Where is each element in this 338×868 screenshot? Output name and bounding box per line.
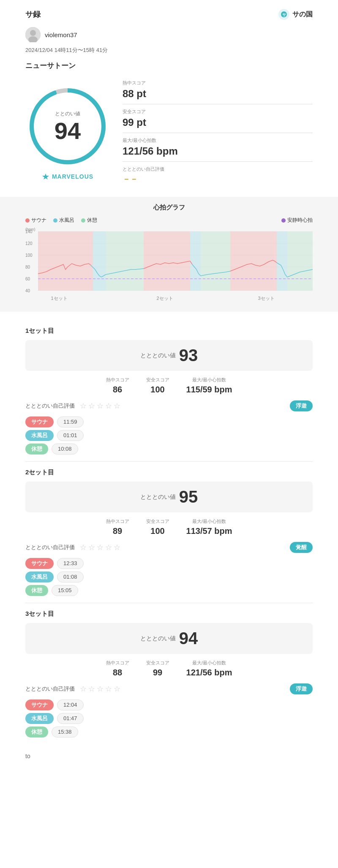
gauge-area: ととのい値 94 MARVELOUS — [25, 84, 110, 180]
svg-rect-29 — [277, 231, 287, 291]
set-1-metrics: 熱中スコア 86 安全スコア 100 最大/最小心拍数 115/59 bpm — [25, 377, 313, 395]
svg-text:80: 80 — [25, 265, 30, 269]
set-2-self-eval-row: とととのい自己評価 ☆ ☆ ☆ ☆ ☆ 覚醒 — [25, 542, 313, 553]
concentration-label: 熱中スコア — [123, 80, 313, 86]
marvelous-icon — [42, 173, 49, 180]
set-2-mizuburo-label: 水風呂 — [25, 571, 54, 582]
set-1-concentration-value: 86 — [106, 385, 129, 395]
safety-value: 99 pt — [123, 117, 313, 128]
set-2-mizuburo-row: 水風呂 01:08 — [25, 571, 313, 582]
user-info: violemon37 — [0, 24, 338, 45]
set-3-title: 3セット目 — [25, 610, 313, 618]
set-1-eval-badge: 浮遊 — [290, 400, 313, 411]
set-2-totonou-value: 95 — [179, 487, 198, 506]
graph-section: 心拍グラフ サウナ 水風呂 休憩 安静時心拍 140 120 100 80 60 — [0, 197, 338, 312]
self-eval-label: とととのい自己評価 — [123, 166, 313, 172]
set-1-self-eval-label: とととのい自己評価 — [25, 402, 75, 410]
score-section: ととのい値 94 MARVELOUS 熱中スコア 88 pt 安全スコア 99 … — [0, 76, 338, 197]
set-3-self-eval-label: とととのい自己評価 — [25, 685, 75, 693]
logo-area: サ サの国 — [278, 8, 313, 20]
set-3-kyukei-label: 休憩 — [25, 727, 48, 737]
svg-text:サ: サ — [282, 13, 286, 17]
set-3-time-tags: サウナ 12:04 水風呂 01:47 休憩 15:38 — [25, 699, 313, 737]
set-2-kyukei-row: 休憩 15:05 — [25, 585, 313, 596]
svg-text:120: 120 — [25, 241, 33, 246]
svg-rect-25 — [144, 231, 190, 291]
set-1-sauna-time: 11:59 — [57, 416, 84, 427]
set-3-totonou-value: 94 — [179, 629, 198, 648]
set-1-heartrate-label: 最大/最小心拍数 — [186, 377, 232, 383]
legend-sauna: サウナ — [25, 217, 46, 224]
svg-rect-30 — [287, 231, 313, 291]
circle-gauge: ととのい値 94 — [25, 84, 110, 169]
graph-container: 140 120 100 80 60 40 — [25, 227, 313, 303]
set-1-mizuburo-label: 水風呂 — [25, 430, 54, 441]
set-3-safety-value: 99 — [146, 668, 169, 678]
set-3-self-eval-row: とととのい自己評価 ☆ ☆ ☆ ☆ ☆ 浮遊 — [25, 683, 313, 694]
set-3-heartrate-value: 121/56 bpm — [186, 668, 232, 678]
set-1-time-tags: サウナ 11:59 水風呂 01:01 休憩 10:08 — [25, 416, 313, 454]
set-1-safety: 安全スコア 100 — [146, 377, 169, 395]
set-3-safety-label: 安全スコア — [146, 660, 169, 666]
datetime: 2024/12/04 14時11分〜15時 41分 — [0, 45, 338, 59]
logo-icon: サ — [278, 8, 290, 20]
set-3-sauna-time: 12:04 — [57, 699, 84, 710]
set-3-concentration: 熱中スコア 88 — [106, 660, 129, 678]
set-3-kyukei-time: 15:38 — [52, 727, 78, 737]
set-3-safety: 安全スコア 99 — [146, 660, 169, 678]
logo-text: サの国 — [292, 10, 313, 19]
set-2-safety-label: 安全スコア — [146, 518, 169, 525]
set-2-self-eval-label: とととのい自己評価 — [25, 544, 75, 551]
svg-rect-23 — [93, 231, 106, 291]
set-1-kyukei-label: 休憩 — [25, 444, 48, 454]
set-2-sauna-row: サウナ 12:33 — [25, 558, 313, 569]
graph-legend: サウナ 水風呂 休憩 安静時心拍 — [25, 217, 313, 224]
set-2-section: 2セット目 とととのい値 95 熱中スコア 89 安全スコア 100 最大/最小… — [0, 462, 338, 603]
set-1-sauna-row: サウナ 11:59 — [25, 416, 313, 427]
facility-name: ニューサトーン — [0, 59, 338, 76]
set-1-score-box: とととのい値 93 — [25, 340, 313, 371]
set-3-mizuburo-row: 水風呂 01:47 — [25, 713, 313, 724]
set-1-totonou-label: とととのい値 — [140, 352, 176, 359]
set-2-kyukei-label: 休憩 — [25, 585, 48, 596]
rest-hr-legend-dot — [281, 218, 286, 223]
set-3-heartrate-label: 最大/最小心拍数 — [186, 660, 232, 666]
page-title: サ録 — [25, 9, 41, 19]
svg-text:40: 40 — [25, 288, 30, 293]
svg-text:(bpm): (bpm) — [25, 227, 35, 231]
set-1-title: 1セット目 — [25, 327, 313, 335]
svg-rect-26 — [190, 231, 201, 291]
set-1-heartrate-value: 115/59 bpm — [186, 385, 232, 395]
svg-text:2セット: 2セット — [156, 296, 173, 301]
set-1-concentration-label: 熱中スコア — [106, 377, 129, 383]
self-eval-value: －－ — [123, 174, 313, 184]
set-2-time-tags: サウナ 12:33 水風呂 01:08 休憩 15:05 — [25, 558, 313, 596]
heart-rate-graph: 140 120 100 80 60 40 — [25, 227, 313, 303]
set-2-totonou-label: とととのい値 — [140, 493, 176, 501]
set-1-concentration: 熱中スコア 86 — [106, 377, 129, 395]
set-2-eval-badge: 覚醒 — [290, 542, 313, 553]
svg-point-4 — [30, 30, 36, 36]
bottom-text: to — [0, 744, 338, 768]
score-details: 熱中スコア 88 pt 安全スコア 99 pt 最大/最小心拍数 121/56 … — [123, 76, 313, 188]
concentration-score-item: 熱中スコア 88 pt — [123, 76, 313, 104]
set-3-sauna-row: サウナ 12:04 — [25, 699, 313, 710]
set-2-kyukei-time: 15:05 — [52, 585, 78, 596]
set-3-kyukei-row: 休憩 15:38 — [25, 727, 313, 737]
heartrate-item: 最大/最小心拍数 121/56 bpm — [123, 133, 313, 162]
graph-title: 心拍グラフ — [25, 204, 313, 212]
set-3-metrics: 熱中スコア 88 安全スコア 99 最大/最小心拍数 121/56 bpm — [25, 660, 313, 678]
set-2-mizuburo-time: 01:08 — [57, 571, 84, 582]
set-2-concentration-value: 89 — [106, 526, 129, 536]
self-eval-item: とととのい自己評価 －－ — [123, 162, 313, 188]
safety-score-item: 安全スコア 99 pt — [123, 104, 313, 133]
svg-rect-24 — [106, 231, 144, 291]
set-2-safety: 安全スコア 100 — [146, 518, 169, 536]
set-3-stars: ☆ ☆ ☆ ☆ ☆ — [80, 684, 120, 694]
svg-text:60: 60 — [25, 277, 30, 281]
kyukei-legend-dot — [81, 218, 85, 223]
set-1-section: 1セット目 とととのい値 93 熱中スコア 86 安全スコア 100 最大/最小… — [0, 320, 338, 461]
set-3-section: 3セット目 とととのい値 94 熱中スコア 88 安全スコア 99 最大/最小心… — [0, 603, 338, 744]
set-3-score-box: とととのい値 94 — [25, 623, 313, 654]
svg-text:100: 100 — [25, 253, 33, 258]
